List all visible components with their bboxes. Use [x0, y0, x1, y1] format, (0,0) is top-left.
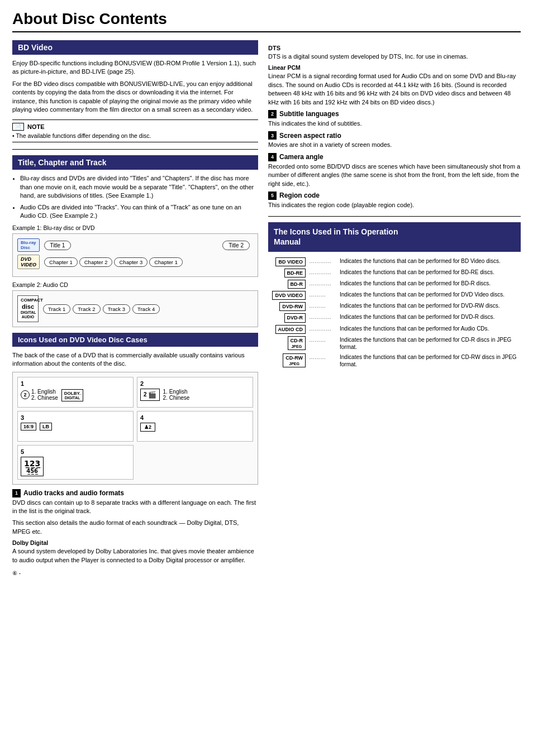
screen-num: 3: [268, 131, 277, 140]
icon-dots-cell: …………: [307, 324, 338, 335]
page-title: About Disc Contents: [12, 10, 521, 32]
icon-badge-cell: CD-RJPEG: [268, 335, 307, 352]
region-num: 5: [268, 192, 277, 200]
icon-desc-cell: Indicates the functions that can be perf…: [338, 290, 521, 301]
section-divider2: [268, 216, 521, 217]
case-cell-3: 3 16:9 LB: [17, 411, 134, 442]
case-cell-1: 1 2 1. English 2. Chinese: [17, 377, 134, 408]
circle-2: 2: [21, 390, 30, 399]
bluray-row: Blu-rayDisc Title 1 Title 2: [17, 238, 253, 252]
case-diagram: 1 2 1. English 2. Chinese: [12, 372, 258, 485]
icon-dots-cell: ………: [307, 335, 338, 352]
icon-desc-cell: Indicates the functions that can be perf…: [338, 256, 521, 267]
note-title: 📄 NOTE: [12, 123, 258, 131]
icon-desc-cell: Indicates the functions that can be perf…: [338, 267, 521, 279]
section-divider: [12, 149, 258, 150]
icon-table-row: BD VIDEO…………Indicates the functions that…: [268, 256, 521, 267]
screen-aspect-para: Movies are shot in a variety of screen m…: [268, 141, 521, 149]
ratio-box: 16:9: [21, 423, 36, 430]
bluray-icon: Blu-rayDisc: [17, 238, 40, 252]
chapter4-pill: Chapter 1: [149, 257, 183, 267]
icon-badge-sub: JPEG: [291, 344, 303, 349]
camera-num: 4: [268, 153, 277, 161]
note-icon: 📄: [12, 123, 24, 131]
example2-label: Example 2: Audio CD: [12, 281, 258, 288]
screen-aspect-heading: 3 Screen aspect ratio: [268, 131, 521, 140]
bd-video-header: BD Video: [12, 40, 258, 55]
icon-badge: DVD VIDEO: [272, 291, 306, 300]
icon-table-row: BD-RE…………Indicates the functions that ca…: [268, 267, 521, 279]
track3-pill: Track 3: [103, 304, 130, 314]
dolby-heading: Dolby Digital: [12, 539, 258, 546]
icon-badge: BD VIDEO: [275, 257, 306, 266]
camera-icon-box2: 2 🎬: [140, 389, 160, 401]
icon-desc-cell: Indicates the functions that can be perf…: [338, 335, 521, 352]
icons-manual-header: The Icons Used in This Operation Manual: [268, 222, 521, 251]
icon-table-row: DVD-R…………Indicates the functions that ca…: [268, 312, 521, 323]
icon-dots-cell: …………: [307, 279, 338, 290]
chapter3-pill: Chapter 3: [114, 257, 147, 267]
icon-badge-sub: JPEG: [285, 361, 303, 366]
camera-angle-heading: 4 Camera angle: [268, 153, 521, 161]
subtitle-langs-heading: 2 Subtitle languages: [268, 110, 521, 118]
case-cell4-num: 4: [140, 414, 250, 421]
linear-pcm-para: Linear PCM is a signal recording format …: [268, 72, 521, 107]
tct-bullet-list: Blu-ray discs and DVDs are divided into …: [12, 174, 258, 220]
case-cell-4: 4 ♟2: [137, 411, 253, 442]
icon-badge: DVD-R: [284, 313, 306, 322]
dts-para: DTS is a digital sound system developed …: [268, 52, 521, 61]
case-cell-2: 2 2 🎬 1. English 2. Chinese: [137, 377, 253, 408]
note-box: 📄 NOTE • The available functions differ …: [12, 119, 258, 142]
case-grid: 1 2 1. English 2. Chinese: [17, 377, 253, 480]
dolby-para: A sound system developed by Dolby Labora…: [12, 547, 258, 564]
icon-desc-cell: Indicates the functions that can be perf…: [338, 324, 521, 335]
case-cell2-num: 2: [140, 380, 250, 387]
icon-desc-cell: Indicates the functions that can be perf…: [338, 279, 521, 290]
cd-row: COMPACT disc DIGITAL AUDIO Track 1 Track…: [17, 295, 253, 322]
icon-desc-cell: Indicates the functions that can be perf…: [338, 312, 521, 323]
title-chapter-track-header: Title, Chapter and Track: [12, 155, 258, 170]
case-cell-5: 5 1̲2̲3̲ 4̲5̲6̲: [17, 445, 134, 480]
icon-badge-cell: AUDIO CD: [268, 324, 307, 335]
audio-tracks-heading: 1 Audio tracks and audio formats: [12, 489, 258, 497]
title1-pill: Title 1: [44, 241, 72, 250]
case-cell1-content: 2 1. English 2. Chinese: [21, 389, 58, 403]
icon-table: BD VIDEO…………Indicates the functions that…: [268, 256, 521, 370]
subtitle-num: 2: [268, 110, 277, 118]
icon-badge-cell: DVD-RW: [268, 301, 307, 312]
icon-dots-cell: …………: [307, 256, 338, 267]
icon-badge-cell: DVD-R: [268, 312, 307, 323]
dolby-box: DOLBY. DIGITAL: [61, 389, 83, 401]
page-number: ⑥ -: [12, 570, 258, 576]
icon-dots-cell: ………: [307, 352, 338, 370]
audio-num: 1: [12, 489, 21, 497]
icons-dvd-header: Icons Used on DVD Video Disc Cases: [12, 333, 258, 347]
left-column: BD Video Enjoy BD-specific functions inc…: [12, 40, 258, 576]
icon-badge: BD-RE: [284, 269, 306, 277]
icon-dots-cell: ………: [307, 301, 338, 312]
icon-table-row: CD-RWJPEG………Indicates the functions that…: [268, 352, 521, 370]
icon-badge: CD-RJPEG: [288, 336, 306, 351]
case-cell1-num: 1: [21, 380, 130, 387]
audio-tracks-para1: DVD discs can contain up to 8 separate t…: [12, 499, 258, 516]
chapter2-pill: Chapter 2: [79, 257, 113, 267]
icon-dots-cell: …………: [307, 312, 338, 323]
camera-box: ♟2: [140, 423, 155, 432]
example1-diagram: Blu-rayDisc Title 1 Title 2 DVDVIDEO Cha…: [12, 233, 258, 277]
title2-pill: Title 2: [222, 241, 250, 250]
icon-table-row: AUDIO CD…………Indicates the functions that…: [268, 324, 521, 335]
example1-label: Example 1: Blu-ray disc or DVD: [12, 224, 258, 231]
region-code-box: 1̲2̲3̲ 4̲5̲6̲: [21, 457, 44, 476]
icon-desc-cell: Indicates the functions that can be perf…: [338, 352, 521, 370]
icon-badge-cell: DVD VIDEO: [268, 290, 307, 301]
case-cell3-num: 3: [21, 414, 130, 421]
linear-pcm-heading: Linear PCM: [268, 64, 521, 71]
audio-tracks-para2: This section also details the audio form…: [12, 519, 258, 536]
icons-dvd-para: The back of the case of a DVD that is co…: [12, 351, 258, 369]
bd-video-para1: Enjoy BD-specific functions including BO…: [12, 59, 258, 76]
case-cell1-inner: 2 1. English 2. Chinese DOLBY. DIGITAL: [21, 389, 130, 403]
chapter1-pill: Chapter 1: [44, 257, 78, 267]
icon-badge-cell: BD-R: [268, 279, 307, 290]
example2-diagram: COMPACT disc DIGITAL AUDIO Track 1 Track…: [12, 290, 258, 327]
subtitle-langs-para: This indicates the kind of subtitles.: [268, 119, 521, 128]
